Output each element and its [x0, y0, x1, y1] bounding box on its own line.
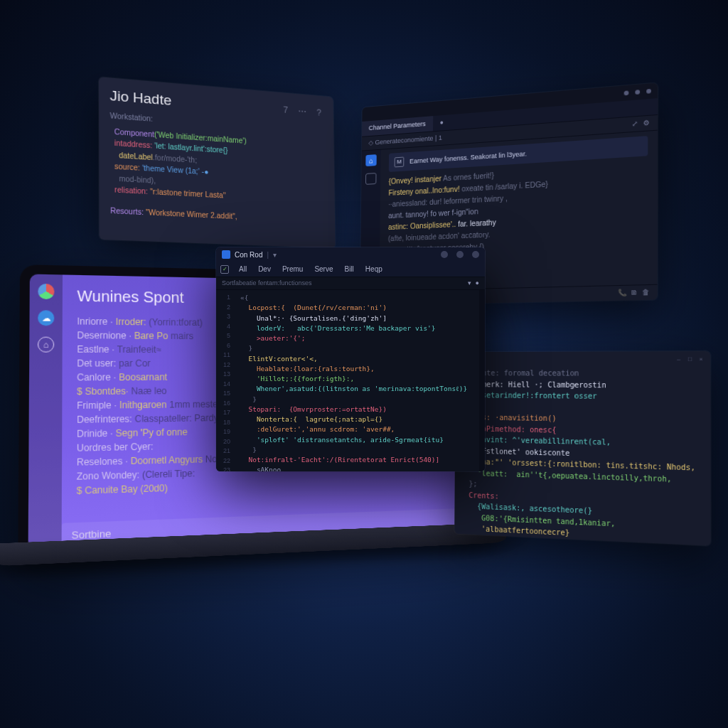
menu-item-all[interactable]: All: [233, 264, 252, 274]
w5-titlebar: – □ ×: [456, 351, 710, 363]
menu-item-bill[interactable]: Bill: [339, 264, 360, 274]
w1-title: Jio Hadte: [109, 85, 171, 112]
w3-crumb-text: Sortfabeatie fentam:functionses: [222, 279, 312, 289]
more-icon[interactable]: ⋯: [297, 106, 307, 117]
dot-icon[interactable]: ●: [476, 279, 479, 289]
check-icon[interactable]: ✓: [220, 265, 229, 274]
con-rod-editor: Con Rod | ▾ ✓ AllDevPremuServeBillHeqp S…: [216, 247, 485, 471]
w1-ctrl-number[interactable]: 7: [281, 105, 291, 115]
w5-body: Glonnte: foromal deceationDansmerk: Hiel…: [454, 363, 711, 546]
help-icon[interactable]: ?: [314, 107, 324, 118]
maximize-icon[interactable]: □: [688, 355, 693, 359]
w3-gutter: 1234561112131415161718192021222324: [216, 290, 235, 471]
chat-icon[interactable]: ☁: [38, 310, 54, 326]
w3-menu: ✓ AllDevPremuServeBillHeqp: [216, 262, 485, 277]
expand-icon[interactable]: ⤢: [632, 119, 638, 129]
menu-item-heqp[interactable]: Heqp: [360, 264, 388, 274]
w2-banner-text: Earnet Way fonenss. Seakorat lin l3year.: [410, 149, 527, 166]
phone-icon[interactable]: 📞: [618, 289, 626, 296]
w3-code[interactable]: «{ Locpost:{ (Dunet{/rv/cerman:'ni') Una…: [235, 290, 479, 471]
square-icon[interactable]: [365, 173, 376, 185]
maximize-icon[interactable]: [635, 90, 640, 95]
home-icon[interactable]: ⌂: [38, 337, 54, 353]
w3-titlebar: Con Rod | ▾: [216, 247, 485, 262]
scrollbar[interactable]: [479, 290, 485, 471]
w3-title: Con Rod: [235, 250, 262, 260]
jio-hadte-window: Jio Hadte 7 ⋯ ? Workstation: Component('…: [99, 77, 336, 248]
laptop-sidebar: ☁ ⌂: [28, 274, 63, 548]
w1-footer-val: "Workstone Wimer 2.addit",: [144, 208, 237, 220]
w3-breadcrumb: Sortfabeatie fentam:functionses ▾ ●: [216, 277, 485, 290]
minimize-icon[interactable]: [624, 90, 629, 95]
close-icon[interactable]: [646, 89, 651, 94]
gear-icon[interactable]: ⚙: [643, 118, 650, 129]
w2-bot-icons: 📞 🗎 🗑: [618, 287, 649, 299]
w2-tab-secondary[interactable]: ●: [433, 114, 451, 131]
app-icon: [222, 250, 230, 259]
chevron-down-icon[interactable]: ▾: [273, 250, 277, 260]
marker-icon: M: [395, 157, 405, 168]
close-icon[interactable]: [472, 251, 479, 258]
maximize-icon[interactable]: [456, 251, 464, 258]
chevron-down-icon[interactable]: ▾: [468, 279, 471, 289]
w1-footer-key: Resourts:: [110, 206, 144, 216]
doc-icon[interactable]: 🗎: [631, 289, 638, 296]
home-icon[interactable]: ⌂: [365, 154, 376, 166]
menu-item-dev[interactable]: Dev: [252, 264, 277, 274]
minimize-icon[interactable]: –: [677, 355, 682, 359]
trash-icon[interactable]: 🗑: [642, 288, 649, 296]
menu-item-premu[interactable]: Premu: [277, 264, 309, 274]
minimize-icon[interactable]: [441, 251, 448, 258]
pie-icon[interactable]: [38, 284, 54, 299]
menu-item-serve[interactable]: Serve: [309, 264, 338, 274]
close-icon[interactable]: ×: [699, 355, 704, 359]
code-window-right: – □ × Glonnte: foromal deceationDansmerk…: [454, 351, 711, 546]
